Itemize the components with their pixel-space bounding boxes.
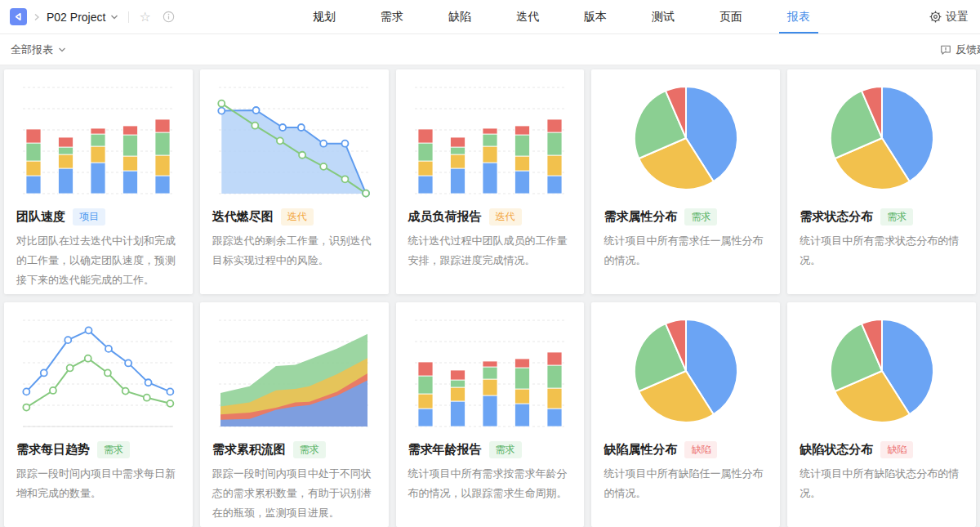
- category-badge: 需求: [880, 208, 913, 226]
- category-badge: 缺陷: [880, 441, 913, 458]
- report-title: 需求年龄报告: [408, 442, 482, 458]
- report-card-7[interactable]: 需求年龄报告 需求 统计项目中所有需求按需求年龄分布的情况，以跟踪需求生命周期。: [396, 302, 585, 527]
- feedback-bubble-icon: [940, 44, 951, 56]
- report-card-grid: 团队速度 项目 对比团队在过去迭代中计划和完成的工作量，以确定团队速度，预测接下…: [0, 65, 980, 527]
- report-card-4[interactable]: 需求状态分布 需求 统计项目中所有需求状态分布的情况。: [787, 69, 976, 294]
- divider: [128, 11, 129, 23]
- tab-0[interactable]: 规划: [313, 0, 336, 33]
- stacked-area-chart: [212, 312, 376, 435]
- report-description: 跟踪一段时间内项目中处于不同状态的需求累积数量，有助于识别潜在的瓶颈，监测项目进…: [212, 464, 376, 523]
- report-filter-label: 全部报表: [11, 42, 53, 57]
- report-card-8[interactable]: 缺陷属性分布 缺陷 统计项目中所有缺陷任一属性分布的情况。: [591, 302, 780, 527]
- category-badge: 需求: [684, 208, 717, 226]
- report-description: 对比团队在过去迭代中计划和完成的工作量，以确定团队速度，预测接下来的迭代能完成的…: [16, 231, 180, 290]
- report-card-9[interactable]: 缺陷状态分布 缺陷 统计项目中所有缺陷状态分布的情况。: [787, 302, 976, 527]
- report-card-1[interactable]: 迭代燃尽图 迭代 跟踪迭代的剩余工作量，识别迭代目标实现过程中的风险。: [200, 69, 389, 294]
- report-description: 跟踪迭代的剩余工作量，识别迭代目标实现过程中的风险。: [212, 231, 376, 270]
- report-title: 缺陷属性分布: [604, 442, 677, 458]
- report-title: 需求累积流图: [212, 442, 286, 458]
- pie-chart: [821, 310, 943, 435]
- chevron-down-icon: [110, 14, 118, 20]
- tab-7[interactable]: 报表: [787, 0, 810, 33]
- report-card-0[interactable]: 团队速度 项目 对比团队在过去迭代中计划和完成的工作量，以确定团队速度，预测接下…: [4, 69, 193, 294]
- stacked-area-chart-thumbnail: [200, 302, 389, 435]
- pie-chart: [821, 78, 943, 202]
- tab-1[interactable]: 需求: [381, 0, 403, 33]
- burndown-chart-thumbnail: [200, 69, 389, 202]
- top-bar: P02 Project ☆ 规划需求缺陷迭代版本测试页面报表 设置: [0, 0, 980, 34]
- settings-label: 设置: [946, 10, 969, 25]
- report-toolbar: 全部报表 反馈建议: [0, 34, 980, 65]
- category-badge: 需求: [489, 441, 522, 458]
- star-favorite-icon[interactable]: ☆: [139, 11, 150, 24]
- category-badge: 迭代: [489, 208, 522, 226]
- feedback-button[interactable]: 反馈建议: [940, 34, 980, 65]
- report-description: 统计项目中所有需求状态分布的情况。: [800, 231, 964, 270]
- report-title: 需求每日趋势: [16, 442, 90, 458]
- feedback-label: 反馈建议: [956, 42, 980, 57]
- category-badge: 项目: [73, 208, 105, 226]
- burndown-chart: [212, 79, 376, 202]
- stacked-bar-chart-thumbnail: [396, 302, 585, 435]
- settings-button[interactable]: 设置: [929, 0, 969, 33]
- report-card-5[interactable]: 需求每日趋势 需求 跟踪一段时间内项目中需求每日新增和完成的数量。: [4, 302, 193, 527]
- report-card-6[interactable]: 需求累积流图 需求 跟踪一段时间内项目中处于不同状态的需求累积数量，有助于识别潜…: [200, 302, 389, 527]
- pie-chart: [625, 78, 747, 202]
- report-title: 需求状态分布: [800, 209, 873, 225]
- pie-chart-thumbnail: [787, 302, 976, 435]
- stacked-bar-chart-thumbnail: [396, 69, 585, 202]
- pie-chart: [625, 310, 747, 435]
- stacked-bar-chart: [408, 79, 572, 202]
- report-description: 统计项目中所有需求任一属性分布的情况。: [604, 231, 768, 270]
- category-badge: 需求: [293, 441, 326, 458]
- report-card-2[interactable]: 成员负荷报告 迭代 统计迭代过程中团队成员的工作量安排，跟踪进度完成情况。: [396, 69, 585, 294]
- category-badge: 需求: [97, 441, 130, 458]
- pie-chart-thumbnail: [591, 69, 780, 202]
- report-title: 缺陷状态分布: [800, 442, 873, 458]
- dual-line-chart-thumbnail: [4, 302, 193, 435]
- dual-line-chart: [16, 312, 180, 435]
- stacked-bar-chart: [16, 79, 180, 202]
- project-switcher[interactable]: P02 Project: [47, 11, 118, 24]
- stacked-bar-chart-thumbnail: [4, 69, 193, 202]
- info-icon[interactable]: [163, 11, 175, 23]
- back-triangle-icon: [13, 11, 24, 22]
- chevron-down-icon: [58, 47, 66, 53]
- app-logo-icon[interactable]: [10, 8, 27, 25]
- main-nav: 规划需求缺陷迭代版本测试页面报表: [313, 0, 810, 33]
- report-description: 跟踪一段时间内项目中需求每日新增和完成的数量。: [16, 464, 180, 503]
- tab-2[interactable]: 缺陷: [448, 0, 471, 33]
- report-description: 统计项目中所有缺陷任一属性分布的情况。: [604, 464, 768, 503]
- project-name: P02 Project: [47, 11, 105, 24]
- tab-3[interactable]: 迭代: [516, 0, 539, 33]
- report-title: 迭代燃尽图: [212, 209, 274, 225]
- category-badge: 迭代: [281, 208, 314, 226]
- category-badge: 缺陷: [684, 441, 717, 458]
- report-description: 统计项目中所有缺陷状态分布的情况。: [800, 464, 964, 503]
- gear-icon: [929, 11, 942, 23]
- pie-chart-thumbnail: [787, 69, 976, 202]
- report-title: 需求属性分布: [604, 209, 677, 225]
- pie-chart-thumbnail: [591, 302, 780, 435]
- report-filter-dropdown[interactable]: 全部报表: [11, 42, 66, 57]
- tab-6[interactable]: 页面: [719, 0, 742, 33]
- breadcrumb-chevron-icon: [33, 13, 40, 21]
- report-title: 成员负荷报告: [408, 209, 482, 225]
- tab-4[interactable]: 版本: [584, 0, 607, 33]
- report-description: 统计项目中所有需求按需求年龄分布的情况，以跟踪需求生命周期。: [408, 464, 572, 503]
- report-title: 团队速度: [16, 209, 65, 225]
- stacked-bar-chart: [408, 312, 572, 435]
- report-description: 统计迭代过程中团队成员的工作量安排，跟踪进度完成情况。: [408, 231, 572, 270]
- tab-5[interactable]: 测试: [652, 0, 675, 33]
- report-card-3[interactable]: 需求属性分布 需求 统计项目中所有需求任一属性分布的情况。: [591, 69, 780, 294]
